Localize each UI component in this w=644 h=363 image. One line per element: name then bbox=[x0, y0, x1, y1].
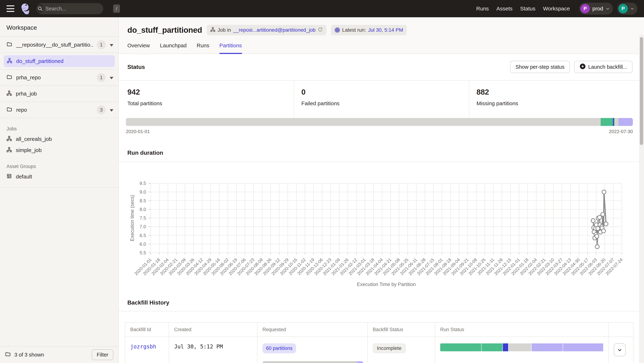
job-icon bbox=[6, 90, 12, 97]
scrollbar-thumb[interactable] bbox=[640, 37, 643, 145]
folder-icon bbox=[5, 351, 11, 358]
nav-status[interactable]: Status bbox=[520, 6, 535, 12]
launch-backfill-button[interactable]: Launch backfill... bbox=[574, 61, 632, 73]
tab-runs[interactable]: Runs bbox=[197, 42, 210, 54]
requested-range-bar bbox=[262, 361, 363, 363]
partition-counts: 942Total partitions0Failed partitions882… bbox=[119, 80, 644, 118]
deployment-name: prod bbox=[592, 6, 603, 12]
backfill-status-badge: Incomplete bbox=[373, 344, 406, 353]
tab-launchpad[interactable]: Launchpad bbox=[160, 42, 186, 54]
svg-text:Execution time (secs): Execution time (secs) bbox=[130, 195, 135, 241]
svg-text:7.5: 7.5 bbox=[140, 215, 146, 221]
expand-caret-icon[interactable] bbox=[110, 74, 113, 80]
partition-status-bar-wrap: 2020-01-01 2022-07-30 bbox=[119, 118, 644, 134]
execution-time-chart[interactable]: 2020-01-012020-01-182020-02-042020-02-21… bbox=[119, 162, 644, 295]
sidebar-title: Workspace bbox=[0, 17, 118, 36]
column-header-created: Created bbox=[169, 322, 257, 337]
requested-partitions-tag[interactable]: 60 partitions bbox=[262, 344, 296, 353]
bar-segment bbox=[440, 344, 481, 351]
chevron-down-icon bbox=[630, 7, 634, 10]
sidebar-item-prha-job[interactable]: prha_job bbox=[0, 86, 118, 102]
folder-icon bbox=[6, 41, 12, 48]
column-header-backfill-status: Backfill Status bbox=[368, 322, 435, 337]
nav-workspace[interactable]: Workspace bbox=[543, 6, 570, 12]
job-icon bbox=[210, 27, 215, 33]
run-duration-heading: Run duration bbox=[127, 150, 163, 156]
bar-segment bbox=[481, 344, 502, 351]
partition-range-end: 2022-07-30 bbox=[609, 129, 633, 134]
expand-caret-icon[interactable] bbox=[110, 42, 113, 48]
search-icon bbox=[38, 4, 43, 13]
deployment-switcher[interactable]: P prod bbox=[579, 3, 613, 14]
backfill-created: Jul 30, 5:12 PM bbox=[174, 344, 223, 350]
backfill-row: jozrgsbhJul 30, 5:12 PM60 partitions 202… bbox=[125, 337, 634, 363]
sidebar-item-default[interactable]: default bbox=[0, 171, 118, 182]
latest-run-link[interactable]: Jul 30, 5:14 PM bbox=[368, 27, 403, 33]
show-per-step-status-button[interactable]: Show per-step status bbox=[510, 61, 570, 73]
column-header-backfill-id: Backfill Id bbox=[125, 322, 169, 337]
job-count-badge: 1 bbox=[97, 73, 106, 82]
search-input[interactable] bbox=[45, 6, 113, 12]
sidebar-item-do-stuff-partitioned[interactable]: do_stuff_partitioned bbox=[4, 55, 115, 67]
run-duration-section: Run duration 2020-01-012020-01-182020-02… bbox=[119, 134, 644, 295]
job-origin-prefix: Job in bbox=[218, 27, 231, 33]
sidebar-item--repository-do-stuff-partitio-[interactable]: __repository__do_stuff_partitio...1 bbox=[0, 37, 118, 53]
job-count-badge: 3 bbox=[97, 106, 106, 114]
tab-bar: OverviewLaunchpadRunsPartitions bbox=[127, 42, 632, 54]
refresh-icon[interactable] bbox=[318, 27, 323, 33]
bar-segment bbox=[502, 344, 508, 351]
sidebar-item-prha-repo[interactable]: prha_repo1 bbox=[0, 70, 118, 86]
partition-status-bar[interactable] bbox=[126, 118, 633, 126]
latest-run-label: Latest run: bbox=[342, 27, 366, 33]
folder-icon bbox=[6, 74, 12, 81]
svg-text:8.0: 8.0 bbox=[140, 207, 146, 212]
job-icon bbox=[6, 147, 12, 154]
chevron-down-icon bbox=[606, 7, 610, 10]
run-status-dot-icon bbox=[334, 27, 340, 33]
column-header-actions bbox=[608, 322, 634, 337]
bar-segment bbox=[357, 361, 363, 363]
asset-group-icon bbox=[6, 174, 12, 180]
run-status-bar[interactable] bbox=[440, 344, 604, 351]
count-total-partitions: 942Total partitions bbox=[119, 80, 294, 118]
sidebar-item-repo[interactable]: repo3 bbox=[0, 102, 118, 118]
bar-segment bbox=[601, 118, 613, 126]
bar-segment bbox=[126, 118, 601, 126]
row-menu-button[interactable] bbox=[614, 344, 626, 356]
count-missing-partitions: 882Missing partitions bbox=[469, 80, 644, 118]
svg-text:6.5: 6.5 bbox=[140, 233, 146, 238]
deployment-avatar: P bbox=[580, 4, 590, 13]
search-box[interactable]: / bbox=[36, 3, 103, 14]
backfill-table: Backfill IdCreatedRequestedBackfill Stat… bbox=[125, 322, 634, 363]
backfill-id-link[interactable]: jozrgsbh bbox=[130, 344, 156, 350]
nav-links: RunsAssetsStatusWorkspace bbox=[476, 6, 570, 12]
column-header-run-status: Run Status bbox=[435, 322, 608, 337]
job-icon bbox=[7, 58, 12, 64]
svg-text:7.0: 7.0 bbox=[140, 224, 146, 229]
sidebar-item-simple_job[interactable]: simple_job bbox=[0, 144, 118, 156]
nav-assets[interactable]: Assets bbox=[496, 6, 512, 12]
sidebar-footer: 3 of 3 shown Filter bbox=[0, 346, 118, 363]
bar-segment bbox=[563, 344, 603, 351]
svg-text:Execution Time by Partition: Execution Time by Partition bbox=[357, 282, 416, 287]
job-count-badge: 1 bbox=[97, 40, 106, 49]
job-origin-link[interactable]: __reposi...artitioned@partitioned_job bbox=[233, 27, 316, 33]
sidebar-item-all_cereals_job[interactable]: all_cereals_job bbox=[0, 134, 118, 144]
expand-caret-icon[interactable] bbox=[110, 107, 113, 113]
dagster-logo-icon[interactable] bbox=[20, 3, 30, 14]
page-header: do_stuff_partitioned Job in __reposi...a… bbox=[119, 17, 644, 54]
tab-partitions[interactable]: Partitions bbox=[220, 42, 242, 54]
scrollbar-track[interactable] bbox=[639, 34, 644, 363]
hamburger-menu-icon[interactable] bbox=[6, 6, 14, 12]
column-header-requested: Requested bbox=[257, 322, 368, 337]
user-menu[interactable]: P bbox=[617, 3, 638, 14]
svg-text:9.5: 9.5 bbox=[140, 180, 146, 186]
filter-button[interactable]: Filter bbox=[92, 349, 113, 360]
nav-runs[interactable]: Runs bbox=[476, 6, 489, 12]
count-failed-partitions: 0Failed partitions bbox=[294, 80, 469, 118]
plus-circle-icon bbox=[580, 63, 586, 71]
svg-text:6.0: 6.0 bbox=[140, 242, 146, 247]
tab-overview[interactable]: Overview bbox=[127, 42, 150, 54]
main-content: do_stuff_partitioned Job in __reposi...a… bbox=[119, 17, 644, 363]
sidebar-section-jobs: Jobs bbox=[0, 118, 118, 134]
